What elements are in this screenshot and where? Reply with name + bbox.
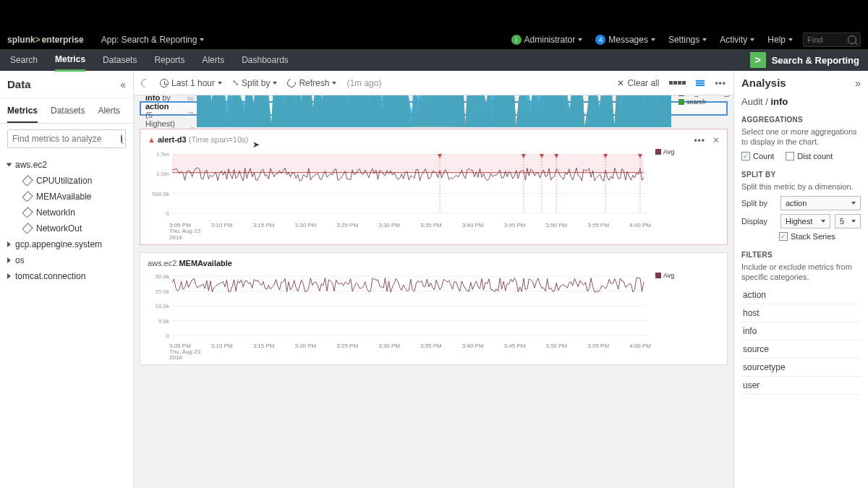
filter-sourcetype[interactable]: sourcetype: [741, 359, 861, 377]
checkbox-label: Stack Series: [791, 232, 835, 241]
nav-reports[interactable]: Reports: [154, 50, 184, 70]
chart-card-memavailable[interactable]: aws.ec2.MEMAvailable 20.0k15.0k10.0k5.0k…: [140, 252, 728, 366]
data-panel: Data « Metrics Datasets Alerts aws.ec2 C…: [0, 71, 134, 488]
grid-view-button[interactable]: [669, 81, 686, 85]
checkbox-label: Dist count: [797, 152, 833, 160]
checkbox-count[interactable]: ✓Count: [741, 152, 774, 160]
x-axis: 3:05 PM3:10 PM3:15 PM3:20 PM3:25 PM3:30 …: [148, 343, 651, 349]
app-icon: >: [750, 52, 766, 68]
app-selector-label: App: Search & Reporting: [101, 35, 197, 45]
nav-alerts[interactable]: Alerts: [202, 50, 224, 70]
help-menu[interactable]: Help: [767, 35, 793, 45]
tree-node-os[interactable]: os: [7, 252, 126, 268]
chart-legend: Avg: [651, 272, 720, 362]
metric-icon: [22, 175, 33, 187]
chart-toolbar: Last 1 hour ⤡Split by Refresh (1m ago) ✕…: [134, 71, 733, 95]
tree-label: aws.ec2: [15, 160, 47, 170]
find-box[interactable]: [803, 33, 861, 47]
refresh-button[interactable]: Refresh: [287, 78, 336, 88]
nav-dashboards[interactable]: Dashboards: [242, 50, 289, 70]
app-selector[interactable]: App: Search & Reporting: [101, 35, 205, 45]
section-help: Include or exclude metrics from specific…: [741, 262, 861, 283]
metric-icon: [22, 223, 33, 234]
settings-label: Settings: [668, 35, 699, 45]
section-help: Select one or more aggregations to displ…: [741, 127, 861, 147]
tree-label: gcp.appengine.system: [15, 239, 102, 249]
activity-menu[interactable]: Activity: [720, 35, 754, 45]
list-view-button[interactable]: [696, 80, 705, 87]
chart-title: Audit / info by action (5 Highest): [145, 95, 175, 128]
checkbox-stack[interactable]: ✓Stack Series: [779, 232, 835, 241]
field-label: Display: [741, 217, 776, 226]
splitby-picker[interactable]: ⤡Split by: [232, 78, 277, 88]
metrics-search-input[interactable]: [12, 134, 121, 144]
filter-host[interactable]: host: [741, 304, 861, 322]
chart-card-audit-info[interactable]: Audit / info by action (5 Highest) 10075…: [140, 101, 728, 116]
tree-node-tomcat[interactable]: tomcat.connection: [7, 268, 126, 284]
filter-action[interactable]: action: [741, 286, 861, 304]
filter-info[interactable]: info: [741, 322, 861, 341]
tab-datasets[interactable]: Datasets: [51, 98, 85, 123]
svg-text:500.0k: 500.0k: [152, 191, 170, 197]
filter-source[interactable]: source: [741, 341, 861, 359]
more-menu[interactable]: •••: [715, 78, 726, 88]
display-n-select[interactable]: 5: [835, 214, 861, 228]
tree-label: NetworkOut: [36, 223, 82, 234]
nav-bar: Search Metrics Datasets Reports Alerts D…: [0, 49, 868, 71]
tree-label: os: [15, 255, 25, 265]
tree-leaf-networkout[interactable]: NetworkOut: [7, 221, 126, 236]
checkbox-distcount[interactable]: Dist count: [786, 152, 833, 160]
nav-datasets[interactable]: Datasets: [103, 50, 137, 70]
card-more-menu[interactable]: •••: [694, 135, 705, 145]
filter-user[interactable]: user: [741, 377, 861, 395]
messages-menu[interactable]: 4 Messages: [595, 35, 655, 45]
status-dot-icon: i: [511, 35, 522, 45]
undo-icon: [140, 77, 152, 89]
tree-label: tomcat.connection: [15, 271, 85, 281]
nav-metrics[interactable]: Metrics: [55, 49, 85, 72]
find-input[interactable]: [807, 35, 843, 44]
undo-button[interactable]: [141, 79, 150, 87]
tree-leaf-cpuutilization[interactable]: CPUUtilization: [7, 173, 126, 189]
tree-node-aws-ec2[interactable]: aws.ec2: [7, 157, 126, 173]
date-label: Thu, Aug 23: [169, 228, 200, 234]
chevron-right-icon: [7, 241, 11, 247]
collapse-right-icon[interactable]: »: [855, 77, 861, 89]
messages-label: Messages: [608, 35, 648, 45]
tree-leaf-memavailable[interactable]: MEMAvailable: [7, 189, 126, 205]
splitby-label: Split by: [242, 78, 270, 88]
caret-down-icon: [702, 38, 707, 41]
administrator-menu[interactable]: i Administrator: [511, 35, 583, 45]
settings-menu[interactable]: Settings: [668, 35, 707, 45]
clock-icon: [160, 79, 169, 87]
card-close-button[interactable]: ✕: [712, 135, 720, 145]
splitby-select[interactable]: action: [780, 196, 861, 210]
caret-down-icon: [200, 38, 204, 41]
tree-leaf-networkin[interactable]: NetworkIn: [7, 205, 126, 221]
timerange-label: Last 1 hour: [171, 78, 215, 88]
svg-text:50: 50: [187, 95, 194, 102]
display-select[interactable]: Highest: [780, 214, 830, 228]
chart-card-alert-d3[interactable]: •••✕ ▲ alert-d3 (Time span=10s) ➤ 1.5m1.…: [140, 129, 728, 245]
tab-alerts[interactable]: Alerts: [98, 98, 120, 123]
splitby-section: SPLIT BY Split this metric by a dimensio…: [741, 171, 861, 241]
collapse-left-icon[interactable]: «: [120, 79, 126, 90]
tree-node-gcp[interactable]: gcp.appengine.system: [7, 236, 126, 252]
clear-all-button[interactable]: ✕Clear all: [617, 78, 659, 88]
caret-down-icon: [750, 38, 754, 41]
activity-label: Activity: [720, 35, 747, 45]
metrics-search[interactable]: [7, 129, 126, 148]
caret-down-icon: [332, 82, 336, 85]
tab-metrics[interactable]: Metrics: [7, 98, 38, 123]
tree-label: CPUUtilization: [36, 176, 92, 186]
caret-down-icon: [788, 38, 793, 41]
nav-search[interactable]: Search: [10, 50, 38, 70]
filters-section: FILTERS Include or exclude metrics from …: [741, 251, 861, 395]
chevron-right-icon: [7, 257, 11, 263]
metric-icon: [22, 207, 33, 218]
year-label: 2018: [169, 234, 182, 241]
timerange-picker[interactable]: Last 1 hour: [160, 78, 222, 88]
refresh-ago: (1m ago): [346, 78, 381, 88]
chart-legend: Avg: [651, 148, 720, 241]
svg-text:1.0m: 1.0m: [156, 171, 169, 177]
